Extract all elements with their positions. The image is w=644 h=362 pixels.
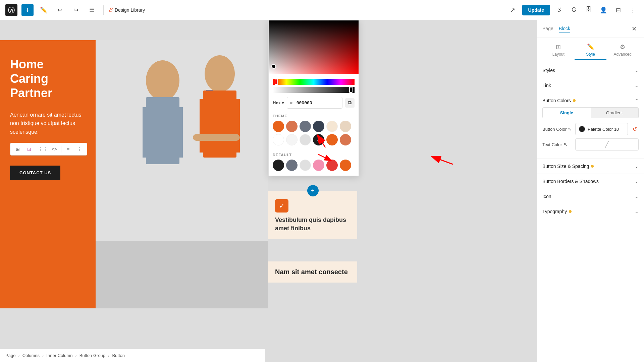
hex-mode-selector[interactable]: Hex ▾ bbox=[273, 100, 284, 105]
tab-style[interactable]: ✏️ Style bbox=[575, 41, 607, 60]
view-toggle-button[interactable]: ⊟ bbox=[612, 4, 624, 16]
styles-label: Styles bbox=[542, 68, 555, 73]
strikingly-icon-button[interactable]: 𝓢 bbox=[553, 4, 565, 16]
text-color-swatch-display[interactable]: ╱ bbox=[575, 138, 639, 150]
button-borders-header[interactable]: Button Borders & Shadows ⌄ bbox=[542, 179, 639, 184]
add-block-btn[interactable]: + bbox=[307, 185, 319, 196]
button-size-header[interactable]: Button Size & Spacing ⌄ bbox=[542, 164, 639, 169]
align-icon[interactable]: ⊞ bbox=[13, 144, 22, 154]
gradient-thumb[interactable] bbox=[271, 64, 276, 69]
default-label: DEFAULT bbox=[273, 153, 355, 157]
reset-button-color-icon[interactable]: ↺ bbox=[631, 125, 639, 133]
default-swatch-light[interactable] bbox=[300, 160, 311, 171]
text-color-label: Text Color ↖ bbox=[542, 142, 573, 147]
button-colors-header[interactable]: Button Colors ⌄ bbox=[542, 98, 639, 103]
breadcrumb-sep-2: › bbox=[42, 353, 44, 358]
edit-icon-button[interactable]: ✏️ bbox=[38, 4, 50, 16]
swatch-dark[interactable] bbox=[313, 121, 324, 132]
breadcrumb-columns[interactable]: Columns bbox=[22, 353, 40, 358]
redo-button[interactable]: ↪ bbox=[70, 4, 82, 16]
hex-input[interactable] bbox=[294, 99, 339, 107]
select-icon[interactable]: ⊡ bbox=[24, 144, 34, 154]
tab-single[interactable]: Single bbox=[543, 108, 591, 118]
button-colors-chevron: ⌄ bbox=[635, 98, 639, 103]
link-section-header[interactable]: Link ⌄ bbox=[542, 83, 639, 88]
hue-bar[interactable] bbox=[273, 79, 355, 85]
button-color-label: Button Color ↖ bbox=[542, 126, 573, 132]
swatch-gray[interactable] bbox=[300, 121, 311, 132]
default-swatch-orange[interactable] bbox=[340, 160, 351, 171]
undo-button[interactable]: ↩ bbox=[54, 4, 66, 16]
style-icon: ✏️ bbox=[587, 43, 594, 51]
update-button[interactable]: Update bbox=[522, 5, 550, 15]
code-icon[interactable]: <> bbox=[50, 144, 59, 154]
swatch-white-3[interactable] bbox=[300, 134, 311, 145]
typography-title: Typography bbox=[542, 209, 572, 214]
styles-section-header[interactable]: Styles ⌄ bbox=[542, 68, 639, 73]
design-library-link[interactable]: 𝓢 Design Library bbox=[109, 6, 145, 13]
button-borders-title: Button Borders & Shadows bbox=[542, 179, 599, 184]
alpha-bar[interactable] bbox=[273, 87, 355, 93]
button-color-tabs: Single Gradient bbox=[542, 107, 639, 118]
breadcrumb-page[interactable]: Page bbox=[5, 353, 15, 358]
list-view-button[interactable]: ☰ bbox=[86, 4, 98, 16]
swatch-orange-4[interactable] bbox=[340, 134, 351, 145]
grammarly-icon-button[interactable]: G bbox=[568, 4, 580, 16]
svg-rect-11 bbox=[200, 99, 210, 153]
right-sidebar: Page Block ✕ ⊞ Layout ✏️ Style ⚙ Advance… bbox=[537, 20, 644, 362]
tab-page[interactable]: Page bbox=[542, 24, 553, 33]
swatch-orange-1[interactable] bbox=[273, 121, 284, 132]
tab-advanced[interactable]: ⚙ Advanced bbox=[606, 41, 639, 60]
typography-section-header[interactable]: Typography ⌄ bbox=[542, 209, 639, 214]
contact-button[interactable]: CONTACT US bbox=[10, 166, 60, 180]
svg-text:W: W bbox=[9, 8, 13, 13]
advanced-icon: ⚙ bbox=[620, 43, 625, 51]
tab-layout[interactable]: ⊞ Layout bbox=[542, 41, 575, 60]
default-swatch-gray[interactable] bbox=[286, 160, 298, 171]
swatch-orange-3[interactable] bbox=[326, 134, 338, 145]
swatch-orange-2[interactable] bbox=[286, 121, 298, 132]
breadcrumb-button[interactable]: Button bbox=[112, 353, 125, 358]
cursor-icon: ↖ bbox=[568, 126, 572, 132]
theme-swatches-row-1 bbox=[273, 121, 355, 132]
swatch-peach-light[interactable] bbox=[326, 121, 338, 132]
swatch-white-2[interactable] bbox=[286, 134, 298, 145]
button-color-row: Button Color ↖ Palette Color 10 ↺ bbox=[542, 123, 639, 135]
button-color-swatch-display[interactable]: Palette Color 10 bbox=[575, 123, 628, 135]
hue-thumb[interactable] bbox=[275, 79, 278, 85]
button-color-value: Palette Color 10 bbox=[588, 127, 619, 132]
link-title: Link bbox=[542, 83, 551, 88]
default-swatch-pink[interactable] bbox=[313, 160, 324, 171]
copy-icon[interactable]: ⧉ bbox=[345, 98, 355, 108]
breadcrumb-inner-column[interactable]: Inner Column bbox=[46, 353, 72, 358]
profile-icon-button[interactable]: 👤 bbox=[598, 4, 609, 16]
default-swatch-red[interactable] bbox=[326, 160, 338, 171]
button-colors-section: Button Colors ⌄ Single Gradient Button C… bbox=[537, 93, 644, 159]
color-gradient-area[interactable] bbox=[269, 20, 359, 74]
more-icon[interactable]: ⋮ bbox=[75, 144, 84, 154]
tab-block[interactable]: Block bbox=[559, 24, 570, 33]
more-options-button[interactable]: ⋮ bbox=[627, 4, 639, 16]
icon-section-header[interactable]: Icon ⌄ bbox=[542, 194, 639, 199]
button-colors-label: Button Colors bbox=[542, 98, 571, 103]
hero-section: HomeCaringPartner Aenean ornare sit amet… bbox=[0, 40, 268, 308]
swatch-peach[interactable] bbox=[340, 121, 351, 132]
default-swatches-section: DEFAULT bbox=[269, 150, 359, 176]
preview-button[interactable]: ↗ bbox=[507, 4, 519, 16]
worker-image bbox=[96, 40, 268, 308]
add-block-button[interactable]: + bbox=[21, 4, 34, 16]
layout-icon: ⊞ bbox=[556, 43, 561, 51]
swatch-black-selected[interactable] bbox=[313, 134, 324, 145]
db-icon-button[interactable]: 🗄 bbox=[583, 4, 594, 16]
alpha-thumb[interactable] bbox=[349, 87, 353, 93]
swatch-white-1[interactable] bbox=[273, 134, 284, 145]
breadcrumb-button-group[interactable]: Button Group bbox=[79, 353, 105, 358]
close-sidebar-button[interactable]: ✕ bbox=[629, 24, 639, 34]
drag-icon[interactable]: ⋮⋮ bbox=[38, 144, 48, 154]
tab-gradient[interactable]: Gradient bbox=[591, 108, 639, 118]
svg-point-4 bbox=[146, 60, 179, 101]
styles-section: Styles ⌄ bbox=[537, 63, 644, 78]
justify-icon[interactable]: ≡ bbox=[63, 144, 73, 154]
default-swatch-black[interactable] bbox=[273, 160, 284, 171]
layout-label: Layout bbox=[552, 52, 565, 57]
